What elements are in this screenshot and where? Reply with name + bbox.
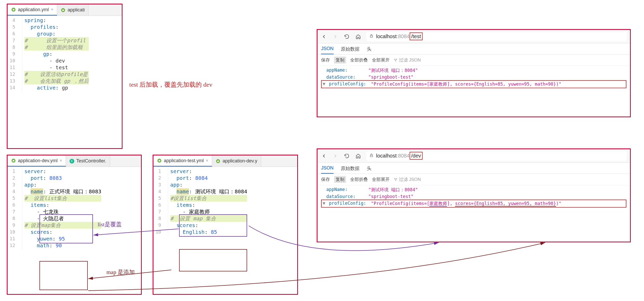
- caret-icon[interactable]: ▼: [323, 81, 325, 87]
- json-value: "ProfileConfig(items=[家庭教师], scores={Eng…: [371, 201, 561, 207]
- lock-icon: [369, 153, 374, 159]
- json-value: "springboot-test": [368, 194, 413, 199]
- btn-collapse[interactable]: 全部折叠: [350, 176, 368, 182]
- browser-dev: localhost:8084/dev JSON 原始数据 头 保存 复制 全部折…: [317, 148, 631, 242]
- spring-icon: [216, 159, 220, 163]
- json-value: "测试环境 端口：8084": [368, 67, 418, 73]
- svg-rect-5: [370, 36, 372, 37]
- svg-rect-6: [370, 155, 372, 157]
- filter-json[interactable]: 过滤 JSON: [394, 57, 421, 63]
- close-icon[interactable]: ×: [51, 7, 53, 12]
- json-row: appName: "测试环境 端口：8084": [321, 186, 626, 193]
- reload-icon[interactable]: [343, 153, 350, 159]
- home-icon[interactable]: [355, 33, 362, 40]
- tab-label: application-dev.yml: [18, 158, 58, 163]
- tabbar: application-test.yml × application-dev.y: [153, 155, 297, 167]
- items-purple-box-dev: [39, 214, 93, 243]
- tab-raw[interactable]: 原始数据: [341, 165, 360, 174]
- code[interactable]: spring: profiles: group:# 设置一个profil# 组里…: [22, 16, 91, 92]
- json-value: "springboot-test": [368, 74, 413, 80]
- json-key: appName:: [326, 67, 365, 73]
- scores-darkred-box-dev: [39, 261, 88, 290]
- editor-app-yml: application.yml × applicati 456789101112…: [7, 4, 123, 149]
- btn-expand[interactable]: 全部展开: [372, 176, 390, 182]
- json-key: profileConfig:: [329, 201, 368, 207]
- forward-icon[interactable]: [332, 33, 339, 40]
- tab-label: application.yml: [18, 7, 49, 12]
- lock-icon: [369, 33, 374, 39]
- tab-head[interactable]: 头: [367, 46, 371, 54]
- filter-json[interactable]: 过滤 JSON: [394, 176, 421, 182]
- nav-toolbar: localhost:8084/test: [317, 30, 630, 43]
- tab-testcontroller[interactable]: C TestController.: [66, 155, 110, 167]
- tab-application-dev-y[interactable]: application-dev.y: [212, 155, 261, 167]
- tabbar: application-dev.yml × C TestController.: [8, 155, 141, 167]
- caret-icon[interactable]: ▼: [323, 201, 325, 207]
- url-bar[interactable]: localhost:8084/dev: [366, 151, 627, 161]
- json-row-profile: ▼ profileConfig: "ProfileConfig(items=[家…: [321, 80, 626, 88]
- tab-head[interactable]: 头: [367, 165, 371, 174]
- btn-save[interactable]: 保存: [321, 57, 330, 63]
- json-row: dataSource: "springboot-test": [321, 193, 626, 200]
- close-icon[interactable]: ×: [206, 158, 208, 163]
- forward-icon[interactable]: [332, 153, 339, 159]
- gutter: 12345678910: [153, 167, 168, 236]
- tab-application-yml[interactable]: application.yml ×: [8, 4, 57, 16]
- url-text: localhost:8084/test: [376, 33, 423, 39]
- json-toolbar: 保存 复制 全部折叠 全部展开 过滤 JSON: [317, 54, 630, 66]
- url-bar[interactable]: localhost:8084/test: [366, 32, 627, 41]
- c-file-icon: C: [70, 159, 74, 163]
- json-row-profile: ▼ profileConfig: "ProfileConfig(items=[家…: [321, 200, 626, 208]
- close-icon[interactable]: ×: [60, 158, 62, 163]
- response-tabs: JSON 原始数据 头: [317, 163, 630, 174]
- json-key: dataSource:: [326, 74, 365, 80]
- tab-label: application-dev.y: [222, 158, 257, 164]
- json-body: appName: "测试环境 端口：8084" dataSource: "spr…: [317, 66, 630, 91]
- json-row: dataSource: "springboot-test": [321, 74, 626, 80]
- annot-list-cover: list是覆盖: [98, 221, 122, 228]
- json-key: appName:: [326, 187, 365, 193]
- tab-label: TestController.: [76, 158, 106, 164]
- tab-label: application-test.yml: [164, 158, 204, 163]
- annot-test-override: test 后加载，覆盖先加载的 dev: [129, 80, 212, 89]
- json-toolbar: 保存 复制 全部折叠 全部展开 过滤 JSON: [317, 174, 630, 185]
- btn-expand[interactable]: 全部展开: [372, 57, 390, 63]
- scores-darkred-box-test: [179, 249, 247, 271]
- json-row: appName: "测试环境 端口：8084": [321, 67, 626, 74]
- json-body: appName: "测试环境 端口：8084" dataSource: "spr…: [317, 185, 630, 210]
- gutter: 4567891011121314: [8, 16, 22, 92]
- response-tabs: JSON 原始数据 头: [317, 43, 630, 54]
- annot-map-add: map 是添加: [106, 268, 135, 276]
- spring-icon: [11, 7, 16, 12]
- home-icon[interactable]: [355, 153, 362, 159]
- nav-toolbar: localhost:8084/dev: [317, 149, 630, 163]
- tab-application-test-yml[interactable]: application-test.yml ×: [153, 155, 212, 167]
- reload-icon[interactable]: [343, 33, 350, 40]
- btn-copy[interactable]: 复制: [334, 57, 346, 64]
- gutter: 123456789101112: [8, 167, 22, 250]
- back-icon[interactable]: [321, 33, 327, 40]
- tab-raw[interactable]: 原始数据: [341, 46, 360, 54]
- json-key: profileConfig:: [329, 81, 368, 87]
- json-key: dataSource:: [326, 194, 365, 199]
- browser-test: localhost:8084/test JSON 原始数据 头 保存 复制 全部…: [317, 29, 631, 117]
- spring-icon: [61, 8, 65, 12]
- json-value: "ProfileConfig(items=[家庭教师], scores={Eng…: [371, 81, 561, 87]
- tab-json[interactable]: JSON: [321, 46, 334, 54]
- url-text: localhost:8084/dev: [376, 153, 423, 159]
- tab-label: applicati: [67, 7, 85, 13]
- spring-icon: [11, 158, 16, 163]
- tab-application-dev-yml[interactable]: application-dev.yml ×: [8, 155, 66, 167]
- btn-save[interactable]: 保存: [321, 176, 330, 182]
- items-purple-box-test: [179, 214, 247, 237]
- code-area[interactable]: 4567891011121314 spring: profiles: group…: [8, 16, 122, 92]
- tab-json[interactable]: JSON: [321, 165, 334, 174]
- spring-icon: [157, 158, 162, 163]
- back-icon[interactable]: [321, 153, 327, 159]
- btn-copy[interactable]: 复制: [334, 176, 346, 183]
- tabbar: application.yml × applicati: [8, 4, 122, 16]
- tab-applicati[interactable]: applicati: [57, 4, 89, 16]
- btn-collapse[interactable]: 全部折叠: [350, 57, 368, 63]
- json-value: "测试环境 端口：8084": [368, 187, 418, 193]
